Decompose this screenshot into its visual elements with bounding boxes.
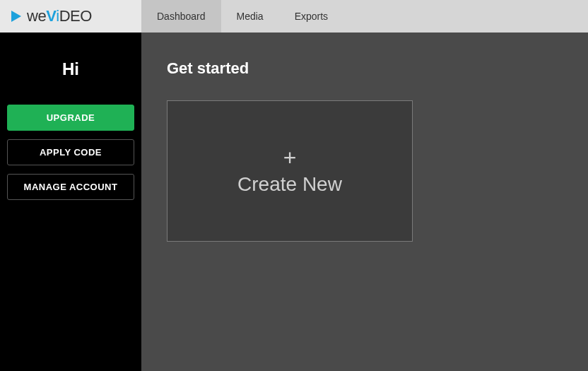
create-new-card[interactable]: + Create New (167, 100, 413, 242)
nav-tabs: Dashboard Media Exports (141, 0, 343, 33)
logo-text: weViDEO (27, 7, 92, 25)
topbar: weViDEO Dashboard Media Exports (0, 0, 588, 33)
page-title: Get started (167, 59, 563, 78)
tab-exports[interactable]: Exports (279, 0, 343, 33)
layout: Hi UPGRADE APPLY CODE MANAGE ACCOUNT Get… (0, 33, 588, 371)
manage-account-button[interactable]: MANAGE ACCOUNT (7, 174, 134, 200)
play-icon (11, 11, 21, 22)
upgrade-button[interactable]: UPGRADE (7, 105, 134, 131)
greeting: Hi (7, 59, 134, 79)
logo-area: weViDEO (0, 0, 141, 33)
plus-icon: + (283, 146, 297, 169)
main-content: Get started + Create New (141, 33, 588, 371)
tab-media[interactable]: Media (221, 0, 279, 33)
wevideo-logo[interactable]: weViDEO (11, 7, 92, 25)
sidebar: Hi UPGRADE APPLY CODE MANAGE ACCOUNT (0, 33, 141, 371)
create-new-label: Create New (237, 173, 342, 196)
tab-dashboard[interactable]: Dashboard (141, 0, 221, 33)
apply-code-button[interactable]: APPLY CODE (7, 139, 134, 165)
